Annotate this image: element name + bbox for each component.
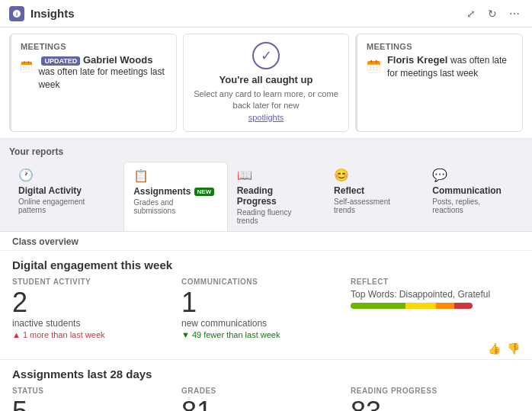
card3-header: Meetings [367, 42, 513, 51]
overview-label: Class overview [0, 232, 532, 251]
card1-text: UPDATED Gabriel Woods was often late for… [38, 54, 167, 92]
sentiment-orange [436, 303, 454, 309]
student-activity-metric: STUDENT ACTIVITY 2 inactive students ▲ 1… [12, 278, 181, 339]
spotlight-section: Meetings [0, 27, 532, 139]
triangle-up-icon: ▲ [12, 330, 21, 339]
tab-communication-sub: Posts, replies, reactions [432, 197, 511, 214]
svg-rect-16 [28, 69, 30, 69]
svg-rect-23 [376, 67, 377, 69]
tab-reading-label: Reading Progress [237, 185, 312, 207]
more-button[interactable]: ⋯ [506, 6, 523, 21]
spotlights-link[interactable]: spotlights [248, 113, 284, 122]
thumbup-button[interactable]: 👍 [488, 342, 501, 355]
updated-badge: UPDATED [41, 56, 80, 66]
new-badge: NEW [194, 188, 215, 196]
svg-rect-25 [373, 69, 374, 71]
communications-value: 1 [181, 289, 338, 316]
tab-reading[interactable]: 📖 Reading Progress Reading fluency trend… [228, 162, 325, 231]
report-tabs: 🕐 Digital Activity Online engagement pat… [9, 162, 523, 231]
svg-text:i: i [16, 11, 18, 18]
communications-metric: COMMUNICATIONS 1 new communications ▼ 49… [181, 278, 351, 339]
calendar-icon-3 [367, 54, 381, 79]
overview-section: Class overview Digital engagement this w… [0, 231, 532, 411]
tab-reflect-label: Reflect [334, 185, 364, 196]
tab-assignments[interactable]: 📋 Assignments NEW Grades and submissions [123, 162, 228, 231]
grades-metric: GRADES 81 average grade [181, 387, 351, 411]
book-icon: 📖 [237, 168, 252, 182]
expand-button[interactable]: ⤢ [463, 6, 479, 21]
grades-label: GRADES [181, 387, 338, 395]
status-value: 5 [12, 398, 169, 411]
tab-digital[interactable]: 🕐 Digital Activity Online engagement pat… [9, 162, 123, 231]
svg-rect-22 [373, 67, 374, 69]
triangle-down-icon: ▼ [181, 330, 190, 339]
card1-desc: was often late for meetings last week [38, 66, 164, 90]
digital-metrics-row: STUDENT ACTIVITY 2 inactive students ▲ 1… [12, 278, 520, 339]
clipboard-icon: 📋 [133, 169, 149, 183]
reading-progress-label: READING PROGRESS [351, 387, 508, 395]
svg-rect-26 [376, 69, 377, 71]
card1-header: Meetings [21, 42, 167, 51]
svg-rect-14 [23, 69, 24, 69]
app-header: i Insights ⤢ ↻ ⋯ [0, 0, 532, 27]
tab-communication[interactable]: 💬 Communication Posts, replies, reaction… [423, 162, 523, 231]
svg-rect-15 [26, 69, 27, 69]
check-circle-icon: ✓ [252, 42, 280, 69]
reports-section: Your reports 🕐 Digital Activity Online e… [0, 139, 532, 231]
status-metric: STATUS 5 missed submissions ▲ 4 more tha… [12, 387, 181, 411]
sentiment-red [454, 303, 473, 309]
communications-desc: new communications [181, 318, 338, 329]
svg-rect-24 [370, 69, 371, 71]
caught-up-title: You're all caught up [220, 74, 313, 85]
status-label: STATUS [12, 387, 169, 395]
chat-icon: 💬 [432, 168, 447, 182]
svg-rect-17 [24, 61, 24, 63]
digital-title: Digital engagement this week [12, 258, 520, 271]
assignments-metrics-row: STATUS 5 missed submissions ▲ 4 more tha… [12, 387, 520, 411]
smile-icon: 😊 [334, 168, 349, 182]
card1-person: Gabriel Woods [83, 54, 153, 66]
reports-label: Your reports [9, 143, 523, 162]
svg-rect-28 [376, 60, 377, 63]
reflect-metric: REFLECT Top Words: Disappointed, Gratefu… [351, 278, 520, 339]
student-activity-label: STUDENT ACTIVITY [12, 278, 169, 286]
student-activity-value: 2 [12, 289, 169, 316]
reading-progress-metric: READING PROGRESS 83 average accuracy rat… [351, 387, 520, 411]
svg-rect-13 [28, 66, 30, 67]
tab-reflect-sub: Self-assessment trends [334, 197, 411, 214]
communications-change: ▼ 49 fewer than last week [181, 330, 338, 339]
refresh-button[interactable]: ↻ [485, 6, 500, 21]
svg-rect-12 [26, 66, 27, 67]
digital-footer: 👍 👎 [12, 339, 520, 355]
assignments-block: Assignments last 28 days STATUS 5 missed… [0, 360, 532, 411]
svg-rect-27 [370, 60, 372, 63]
svg-rect-20 [367, 65, 380, 73]
svg-rect-21 [370, 67, 371, 69]
tab-reflect[interactable]: 😊 Reflect Self-assessment trends [325, 162, 423, 231]
header-actions: ⤢ ↻ ⋯ [463, 6, 523, 21]
tab-digital-sub: Online engagement patterns [18, 197, 111, 214]
svg-rect-11 [23, 66, 24, 67]
spotlight-card-3[interactable]: Meetings Floris Kregel was often lat [355, 34, 523, 132]
tab-reading-sub: Reading fluency trends [237, 208, 312, 225]
card3-person: Floris Kregel [387, 54, 447, 66]
card1-content: UPDATED Gabriel Woods was often late for… [21, 54, 167, 92]
reflect-desc: Top Words: Disappointed, Grateful [351, 289, 508, 300]
tab-communication-label: Communication [432, 185, 502, 196]
assignments-title: Assignments last 28 days [12, 368, 520, 380]
calendar-icon-1 [21, 54, 32, 79]
spotlight-card-1[interactable]: Meetings [9, 34, 177, 132]
page-title: Insights [30, 7, 75, 20]
student-activity-change: ▲ 1 more than last week [12, 330, 169, 339]
thumbdown-button[interactable]: 👎 [507, 342, 520, 355]
card3-text: Floris Kregel was often late for meeting… [387, 54, 513, 80]
reading-progress-value: 83 [351, 398, 508, 411]
sentiment-bar [351, 303, 473, 309]
app-icon: i [9, 6, 24, 21]
header-left: i Insights [9, 6, 75, 21]
tab-assignments-label: Assignments NEW [133, 186, 214, 197]
svg-rect-18 [28, 61, 29, 63]
sentiment-yellow [405, 303, 436, 309]
clock-icon: 🕐 [18, 168, 34, 182]
caught-up-sub: Select any card to learn more, or come b… [193, 88, 339, 124]
